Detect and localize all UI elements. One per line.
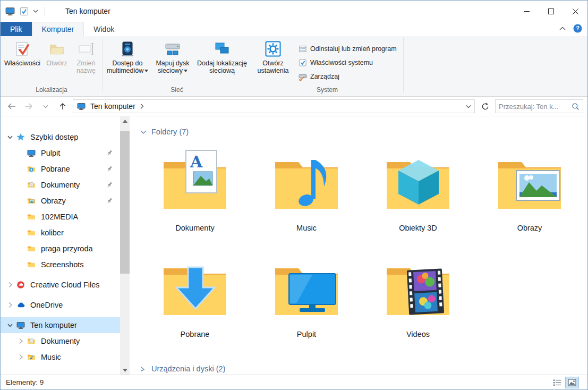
pin-icon: [106, 149, 114, 157]
breadcrumb-chevron-icon[interactable]: [140, 103, 144, 109]
sidebar-item-screenshots[interactable]: Screenshots: [1, 257, 120, 273]
chevron-right-icon[interactable]: [5, 301, 15, 309]
folders-grid: A Dokumenty: [139, 142, 586, 354]
sidebar-item-dokumenty[interactable]: Dokumenty: [1, 177, 120, 193]
items-count: Elementy: 9: [6, 378, 44, 386]
3d-objects-folder-icon: [378, 142, 458, 222]
sidebar-item-quick-access[interactable]: Szybki dostęp: [1, 129, 120, 145]
map-network-drive-button[interactable]: Mapuj dysk sieciowy: [151, 38, 194, 75]
back-button[interactable]: [5, 99, 19, 113]
folder-tile-videos[interactable]: Videos: [362, 248, 474, 354]
folder-tile-music[interactable]: Music: [251, 142, 362, 248]
open-label: Otwórz: [46, 60, 67, 67]
manage-button[interactable]: Zarządzaj: [295, 70, 400, 83]
sidebar-item-onedrive[interactable]: OneDrive: [1, 297, 120, 313]
sidebar-item-pc-music[interactable]: Music: [1, 349, 120, 365]
devices-section-header[interactable]: Urządzenia i dyski (2): [140, 363, 587, 375]
help-icon[interactable]: ?: [573, 24, 582, 33]
view-toggles: [550, 377, 579, 388]
maximize-button[interactable]: [539, 1, 563, 22]
sidebar-item-label: Dokumenty: [41, 181, 80, 189]
folder-tile-obrazy[interactable]: Obrazy: [474, 142, 585, 248]
forward-button[interactable]: [22, 99, 36, 113]
pin-icon: [106, 165, 114, 173]
folder-tile-pobrane[interactable]: Pobrane: [139, 248, 251, 354]
folder-tile-label: Obrazy: [517, 224, 542, 232]
tab-computer[interactable]: Komputer: [32, 22, 84, 36]
breadcrumb[interactable]: Ten komputer: [89, 102, 137, 111]
sidebar-item-label: Dokumenty: [41, 337, 80, 345]
qat-properties-icon[interactable]: [20, 7, 29, 16]
large-icons-view-button[interactable]: [565, 377, 579, 388]
chevron-down-icon[interactable]: [5, 321, 15, 329]
search-input[interactable]: [499, 103, 569, 111]
sidebar-item-koliber[interactable]: koliber: [1, 225, 120, 241]
music-folder-icon: [267, 142, 346, 222]
sidebar-item-label: Screenshots: [41, 260, 84, 269]
minimize-button[interactable]: [514, 1, 539, 22]
svg-text:A: A: [190, 152, 203, 171]
search-icon: [572, 103, 580, 111]
sidebar-item-102media[interactable]: 102MEDIA: [1, 209, 120, 225]
onedrive-cloud-icon: [15, 301, 26, 309]
sidebar-item-this-pc[interactable]: Ten komputer: [1, 317, 120, 333]
collapse-ribbon-icon[interactable]: [559, 27, 566, 31]
folder-tile-dokumenty[interactable]: A Dokumenty: [139, 142, 251, 248]
folders-section-header[interactable]: Foldery (7): [140, 126, 587, 138]
chevron-right-icon[interactable]: [5, 281, 15, 289]
chevron-down-icon[interactable]: [5, 133, 15, 141]
folder-icon: [26, 213, 37, 221]
navigation-scrollbar[interactable]: [120, 116, 130, 375]
sidebar-item-pc-dokumenty[interactable]: Dokumenty: [1, 333, 120, 349]
navigation-pane: Szybki dostęp Pulpit Pobrane Dokumenty: [1, 116, 120, 375]
refresh-button[interactable]: [478, 99, 492, 113]
media-access-button[interactable]: Dostęp do multimediów: [104, 38, 151, 75]
open-button: Otwórz: [42, 38, 71, 68]
scrollbar-thumb[interactable]: [120, 131, 130, 274]
sidebar-item-pulpit[interactable]: Pulpit: [1, 145, 120, 161]
folder-tile-pulpit[interactable]: Pulpit: [251, 248, 362, 354]
ribbon-tab-row: Plik Komputer Widok ?: [1, 22, 587, 36]
sidebar-item-creative-cloud[interactable]: Creative Cloud Files: [1, 277, 120, 293]
folder-tile-label: Videos: [406, 330, 430, 338]
svg-text:?: ?: [576, 25, 580, 31]
pin-icon: [106, 197, 114, 205]
explorer-body: Szybki dostęp Pulpit Pobrane Dokumenty: [1, 116, 587, 375]
sidebar-item-obrazy[interactable]: Obrazy: [1, 193, 120, 209]
folder-icon: [26, 228, 37, 237]
folder-tile-label: Pobrane: [181, 330, 210, 338]
up-button[interactable]: [56, 99, 70, 113]
close-button[interactable]: [563, 1, 587, 22]
uninstall-program-button[interactable]: Odinstaluj lub zmień program: [295, 42, 400, 56]
system-properties-button[interactable]: Właściwości systemu: [295, 56, 400, 70]
sidebar-item-praga-przyroda[interactable]: praga przyroda: [1, 241, 120, 257]
breadcrumb-field[interactable]: Ten komputer: [73, 99, 475, 113]
sidebar-item-label: OneDrive: [30, 301, 63, 309]
qat-customize-chevron-icon[interactable]: [33, 9, 38, 13]
devices-header-label: Urządzenia i dyski (2): [151, 364, 225, 373]
open-settings-button[interactable]: Otwórz ustawienia: [254, 38, 292, 75]
documents-folder-icon: A: [155, 142, 235, 222]
properties-button[interactable]: Właściwości: [2, 38, 42, 68]
chevron-right-icon[interactable]: [15, 353, 26, 361]
downloads-folder-icon: [155, 248, 235, 328]
folder-tile-obiekty-3d[interactable]: Obiekty 3D: [362, 142, 474, 248]
dropdown-caret-icon: [184, 70, 188, 72]
desktop-icon: [26, 149, 37, 157]
sidebar-item-pobrane[interactable]: Pobrane: [1, 161, 120, 177]
creative-cloud-icon: [15, 281, 26, 289]
rename-button: Zmień nazwę: [71, 38, 101, 75]
sidebar-item-label: Szybki dostęp: [30, 133, 78, 141]
add-network-location-button[interactable]: Dodaj lokalizację sieciową: [194, 38, 250, 75]
section-collapse-chevron-icon[interactable]: [140, 130, 147, 134]
tab-file[interactable]: Plik: [1, 22, 32, 36]
recent-locations-chevron-icon[interactable]: [39, 99, 53, 113]
folder-icon: [26, 244, 37, 253]
chevron-right-icon[interactable]: [15, 337, 26, 345]
details-view-button[interactable]: [550, 377, 564, 388]
scroll-down-arrow[interactable]: [120, 366, 130, 375]
section-collapse-chevron-icon[interactable]: [140, 367, 147, 371]
scroll-up-arrow[interactable]: [120, 116, 130, 125]
address-dropdown-chevron-icon[interactable]: [466, 105, 471, 108]
tab-view[interactable]: Widok: [84, 22, 124, 36]
